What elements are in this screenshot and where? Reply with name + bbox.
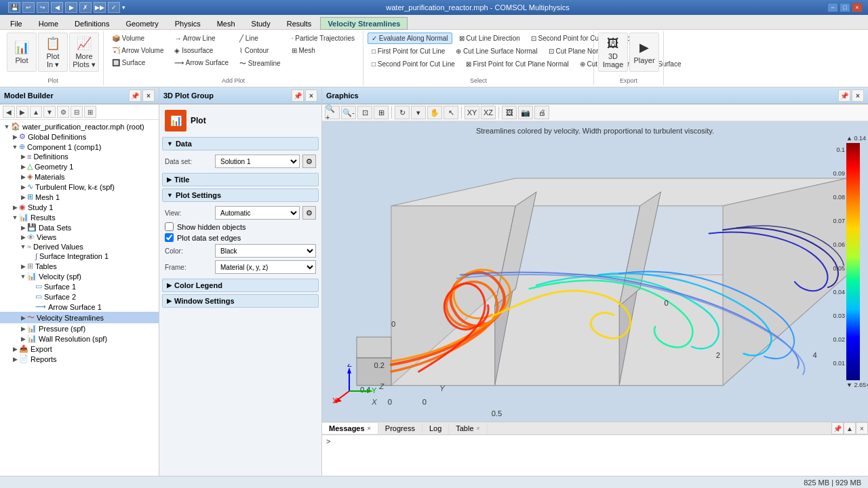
view-settings-button[interactable]: ⚙: [302, 206, 316, 220]
tree-item-export[interactable]: ▶ 📤 Export: [0, 344, 159, 354]
tree-item-definitions[interactable]: ▶ ≡ Definitions: [0, 152, 159, 161]
tab-physics[interactable]: Physics: [167, 17, 208, 29]
expand-tables[interactable]: ▶: [19, 263, 27, 270]
qat-compute[interactable]: ▶▶: [94, 2, 106, 13]
qat-stop[interactable]: ✗: [79, 2, 92, 13]
expand-derived[interactable]: ▼: [19, 243, 27, 250]
tree-item-mesh1[interactable]: ▶ ⊞ Mesh 1: [0, 192, 159, 202]
section-title-header[interactable]: ▶ Title: [162, 173, 319, 186]
tree-item-surf-int1[interactable]: ∫ Surface Integration 1: [0, 251, 159, 261]
expand-reports[interactable]: ▶: [11, 356, 19, 363]
expand-pressure-spf[interactable]: ▶: [19, 325, 27, 332]
tab-study[interactable]: Study: [244, 17, 278, 29]
show-settings-button[interactable]: ⚙: [57, 106, 69, 118]
camera-button[interactable]: 📷: [518, 106, 533, 119]
expand-vel-spf[interactable]: ▼: [19, 273, 27, 280]
surface-button[interactable]: 🔲 Surface: [108, 57, 167, 68]
tree-item-tables[interactable]: ▶ ⊞ Tables: [0, 261, 159, 271]
tab-definitions[interactable]: Definitions: [67, 17, 117, 29]
tab-geometry[interactable]: Geometry: [118, 17, 165, 29]
dataset-settings-button[interactable]: ⚙: [302, 155, 316, 168]
tab-messages[interactable]: Messages ×: [322, 423, 378, 434]
first-point-cut-line-button[interactable]: □ First Point for Cut Line: [368, 45, 449, 57]
expand-views[interactable]: ▶: [19, 234, 27, 241]
rotate-dropdown[interactable]: ▾: [411, 106, 426, 119]
graphics-close-button[interactable]: ×: [852, 89, 864, 102]
second-point-cut-line-button[interactable]: □ Second Point for Cut Line: [368, 58, 459, 70]
tab-table[interactable]: Table ×: [449, 423, 488, 434]
view-select[interactable]: Automatic: [215, 206, 300, 220]
tree-item-arrow-surface1[interactable]: ⟿ Arrow Surface 1: [0, 302, 159, 312]
streamline-button[interactable]: 〜 Streamline: [235, 57, 285, 70]
arrow-surface-button[interactable]: ⟿ Arrow Surface: [170, 57, 233, 68]
frame-select[interactable]: Material (x, y, z): [215, 260, 316, 274]
plot-button[interactable]: 📊 Plot: [7, 33, 37, 72]
sidebar-pin-button[interactable]: 📌: [129, 89, 141, 102]
move-up-button[interactable]: ▲: [30, 106, 42, 118]
tree-item-results[interactable]: ▼ 📊 Results: [0, 212, 159, 222]
expand-mats[interactable]: ▶: [19, 174, 27, 180]
expand-global-defs[interactable]: ▶: [11, 134, 19, 140]
expand-results[interactable]: ▼: [11, 214, 19, 221]
zoom-in-button[interactable]: 🔍+: [325, 106, 340, 119]
maximize-button[interactable]: □: [840, 3, 850, 12]
tree-item-surface2[interactable]: ▭ Surface 2: [0, 291, 159, 302]
player-button[interactable]: ▶ Player: [629, 33, 659, 72]
expand-export[interactable]: ▶: [11, 346, 19, 352]
qat-back[interactable]: ◀: [51, 2, 63, 13]
plot-edges-checkbox[interactable]: [165, 233, 174, 242]
section-window-settings-header[interactable]: ▶ Window Settings: [162, 294, 319, 308]
expand-all-button[interactable]: ⊞: [84, 106, 96, 118]
cut-line-direction-button[interactable]: ⊠ Cut Line Direction: [455, 33, 524, 44]
tree-item-global-defs[interactable]: ▶ ⚙ Global Definitions: [0, 131, 159, 142]
close-messages-tab[interactable]: ×: [368, 425, 371, 432]
view-xy-button[interactable]: XY: [465, 106, 479, 119]
expand-mesh1[interactable]: ▶: [19, 194, 27, 201]
render-button[interactable]: 🖼: [502, 106, 517, 119]
bottom-panel-expand[interactable]: ▲: [844, 422, 856, 434]
section-data-header[interactable]: ▼ Data: [162, 137, 319, 150]
tree-item-study1[interactable]: ▶ ◉ Study 1: [0, 202, 159, 212]
arrow-volume-button[interactable]: 🏹 Arrow Volume: [108, 45, 167, 56]
more-plots-button[interactable]: 📈 MorePlots ▾: [69, 33, 99, 72]
mesh-button[interactable]: ⊞ Mesh: [288, 45, 359, 56]
minimize-button[interactable]: −: [827, 3, 838, 12]
tab-log[interactable]: Log: [422, 423, 449, 434]
tab-file[interactable]: File: [3, 17, 30, 29]
show-hidden-checkbox[interactable]: [165, 222, 174, 231]
expand-geo1[interactable]: ▶: [19, 163, 27, 170]
qat-dropdown[interactable]: ▾: [122, 4, 125, 11]
tree-item-velocity-spf[interactable]: ▼ 📊 Velocity (spf): [0, 271, 159, 281]
move-down-button[interactable]: ▼: [43, 106, 56, 118]
tree-item-comp1[interactable]: ▼ ⊕ Component 1 (comp1): [0, 142, 159, 152]
expand-datasets[interactable]: ▶: [19, 224, 27, 231]
section-color-legend-header[interactable]: ▶ Color Legend: [162, 279, 319, 292]
cut-line-surface-normal-button[interactable]: ⊕ Cut Line Surface Normal: [452, 45, 541, 57]
dataset-select[interactable]: Solution 1: [215, 155, 300, 168]
arrow-line-button[interactable]: → Arrow Line: [170, 33, 233, 44]
expand-comp1[interactable]: ▼: [11, 144, 19, 150]
tree-item-materials[interactable]: ▶ ◈ Materials: [0, 171, 159, 182]
expand-vel-streams[interactable]: ▶: [19, 314, 27, 321]
expand-wall-res[interactable]: ▶: [19, 336, 27, 342]
tab-results[interactable]: Results: [279, 17, 319, 29]
zoom-out-button[interactable]: 🔍-: [341, 106, 356, 119]
qat-check[interactable]: ✓: [108, 2, 120, 13]
collapse-all-button[interactable]: ⊟: [71, 106, 83, 118]
zoom-box-button[interactable]: ⊞: [374, 106, 389, 119]
close-table-tab[interactable]: ×: [477, 425, 480, 432]
expand-root[interactable]: ▼: [3, 123, 11, 130]
tree-item-root[interactable]: ▼ 🏠 water_purification_reactor.mph (root…: [0, 121, 159, 131]
settings-pin-button[interactable]: 📌: [292, 89, 304, 102]
plot-in-button[interactable]: 📋 PlotIn ▾: [38, 33, 68, 72]
view-xz-button[interactable]: XZ: [481, 106, 496, 119]
tree-item-reports[interactable]: ▶ 📄 Reports: [0, 354, 159, 364]
plot-action-button[interactable]: 📊: [165, 110, 186, 131]
bottom-panel-close[interactable]: ×: [856, 422, 868, 434]
nav-forward-button[interactable]: ▶: [16, 106, 28, 118]
tree-item-pressure-spf[interactable]: ▶ 📊 Pressure (spf): [0, 323, 159, 333]
tab-velocity-streamlines[interactable]: Velocity Streamlines: [320, 17, 408, 30]
bottom-panel-pin[interactable]: 📌: [831, 422, 844, 434]
settings-close-button[interactable]: ×: [305, 89, 317, 102]
tab-home[interactable]: Home: [31, 17, 66, 29]
